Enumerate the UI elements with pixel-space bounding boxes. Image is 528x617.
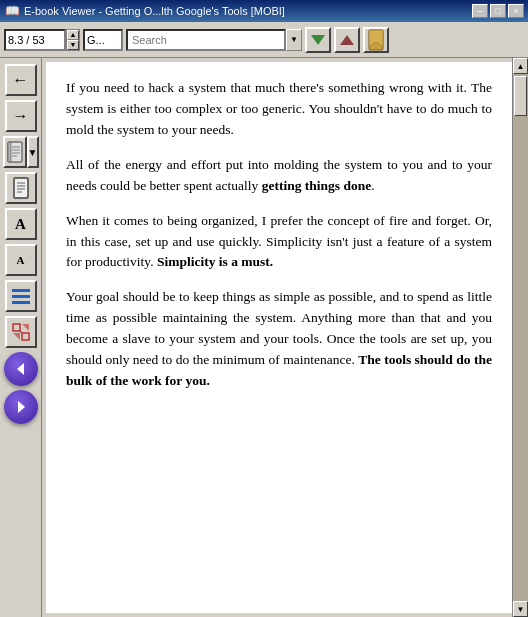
toc-button-group: ▼ bbox=[3, 136, 39, 168]
font-decrease-button[interactable]: A bbox=[5, 244, 37, 276]
arrow-down-icon bbox=[311, 35, 325, 45]
toolbar: ▲ ▼ ▼ bbox=[0, 22, 528, 58]
book-page: If you need to hack a system that much t… bbox=[46, 62, 512, 613]
search-dropdown-button[interactable]: ▼ bbox=[286, 29, 302, 51]
toc-button[interactable] bbox=[3, 136, 27, 168]
arrow-up-icon bbox=[340, 35, 354, 45]
forward-arrow-icon: → bbox=[13, 107, 29, 125]
page-view-button[interactable] bbox=[5, 172, 37, 204]
minimize-button[interactable]: – bbox=[472, 4, 488, 18]
spinner-up-button[interactable]: ▲ bbox=[67, 30, 79, 40]
back-arrow-icon: ← bbox=[13, 71, 29, 89]
book-icon bbox=[5, 141, 25, 163]
scrollbar-up-button[interactable]: ▲ bbox=[513, 58, 528, 74]
search-input[interactable] bbox=[126, 29, 286, 51]
window-title: E-book Viewer - Getting O...lth Google's… bbox=[24, 5, 472, 17]
svg-line-15 bbox=[20, 331, 22, 333]
search-combo: ▼ bbox=[126, 29, 302, 51]
scrollbar-track[interactable] bbox=[513, 74, 528, 601]
content-wrapper: If you need to hack a system that much t… bbox=[42, 58, 528, 617]
close-button[interactable]: × bbox=[508, 4, 524, 18]
page-icon bbox=[11, 177, 31, 199]
bookmark-button[interactable] bbox=[363, 27, 389, 53]
nav-down-button[interactable] bbox=[305, 27, 331, 53]
page-spinner: ▲ ▼ bbox=[66, 29, 80, 51]
bold-text-1: getting things done bbox=[262, 178, 372, 193]
font-increase-icon: A bbox=[15, 216, 26, 233]
title-bar: 📖 E-book Viewer - Getting O...lth Google… bbox=[0, 0, 528, 22]
maximize-button[interactable]: □ bbox=[490, 4, 506, 18]
fullscreen-icon bbox=[11, 322, 31, 342]
forward-button[interactable]: → bbox=[5, 100, 37, 132]
font-decrease-icon: A bbox=[17, 254, 25, 266]
back-button[interactable]: ← bbox=[5, 64, 37, 96]
app-icon: 📖 bbox=[4, 3, 20, 19]
paragraph-2: All of the energy and effort put into mo… bbox=[66, 155, 492, 197]
circle-back-button[interactable] bbox=[4, 352, 38, 386]
scrollbar-down-button[interactable]: ▼ bbox=[513, 601, 528, 617]
window-controls: – □ × bbox=[472, 4, 524, 18]
bookmark-icon bbox=[367, 29, 385, 51]
circle-forward-arrow-icon bbox=[12, 398, 30, 416]
left-sidebar: ← → ▼ bbox=[0, 58, 42, 617]
svg-marker-19 bbox=[18, 401, 25, 413]
scrollbar: ▲ ▼ bbox=[512, 58, 528, 617]
paragraph-3: When it comes to being organized, I pref… bbox=[66, 211, 492, 274]
circle-back-arrow-icon bbox=[12, 360, 30, 378]
svg-rect-8 bbox=[14, 178, 28, 198]
toc-dropdown-icon: ▼ bbox=[28, 147, 38, 158]
nav-up-button[interactable] bbox=[334, 27, 360, 53]
goto-input[interactable] bbox=[83, 29, 123, 51]
bold-text-3: The tools should do the bulk of the work… bbox=[66, 352, 492, 388]
spinner-down-button[interactable]: ▼ bbox=[67, 40, 79, 50]
circle-forward-button[interactable] bbox=[4, 390, 38, 424]
fullscreen-button[interactable] bbox=[5, 316, 37, 348]
font-increase-button[interactable]: A bbox=[5, 208, 37, 240]
bold-text-2: Simplicity is a must. bbox=[157, 254, 273, 269]
toc-dropdown-button[interactable]: ▼ bbox=[27, 136, 39, 168]
svg-rect-3 bbox=[8, 142, 11, 162]
paragraph-4: Your goal should be to keep things as si… bbox=[66, 287, 492, 392]
lines-icon bbox=[10, 287, 32, 306]
scrollbar-thumb[interactable] bbox=[514, 76, 527, 116]
svg-marker-17 bbox=[22, 324, 29, 331]
svg-marker-16 bbox=[13, 333, 20, 340]
preferences-button[interactable] bbox=[5, 280, 37, 312]
main-area: ← → ▼ bbox=[0, 58, 528, 617]
svg-rect-14 bbox=[22, 333, 29, 340]
paragraph-1: If you need to hack a system that much t… bbox=[66, 78, 492, 141]
svg-marker-18 bbox=[17, 363, 24, 375]
svg-rect-13 bbox=[13, 324, 20, 331]
page-input[interactable] bbox=[4, 29, 66, 51]
page-input-group: ▲ ▼ bbox=[4, 29, 80, 51]
